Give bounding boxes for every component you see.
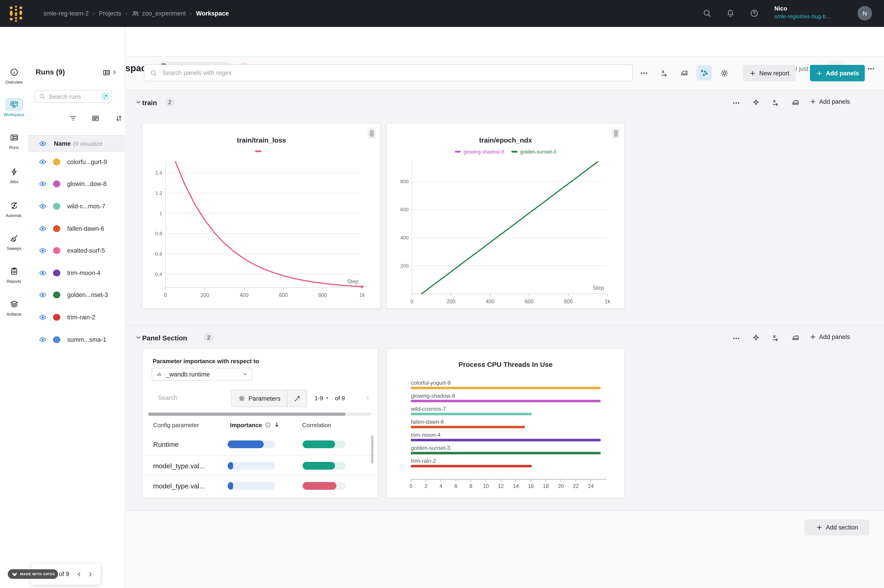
run-row[interactable]: glowin...dow-8 <box>28 173 125 195</box>
page-range[interactable]: 1-9 <box>314 395 323 402</box>
wandb-logo-icon[interactable] <box>9 5 23 22</box>
runs-display-icon[interactable] <box>92 114 100 123</box>
eye-icon[interactable] <box>39 336 47 344</box>
run-name[interactable]: trim-rain-2 <box>67 314 95 321</box>
vertical-scrollbar-thumb[interactable] <box>371 435 374 464</box>
sidebar-item-runs[interactable]: Runs <box>0 130 28 150</box>
search-icon[interactable] <box>702 9 712 18</box>
horizontal-scrollbar-track[interactable] <box>148 412 372 416</box>
horizontal-scrollbar-thumb[interactable] <box>148 412 345 416</box>
param-pagination[interactable]: 1-9 of 9 <box>314 395 345 402</box>
header-overflow-menu-icon[interactable] <box>867 64 875 73</box>
run-name[interactable]: trim-moon-4 <box>67 270 101 276</box>
run-row[interactable]: fallen-dawn-6 <box>28 218 125 240</box>
magic-suggest-button[interactable] <box>288 390 307 406</box>
smoothing-settings-icon[interactable] <box>680 69 689 78</box>
section-add-panels-button[interactable]: Add panels <box>809 333 850 340</box>
eye-icon[interactable] <box>39 269 47 277</box>
run-row[interactable]: golden...nset-3 <box>28 284 125 306</box>
section-x-axis-icon[interactable] <box>771 98 780 107</box>
legend-entry[interactable]: golden-sunset-3 <box>512 149 556 154</box>
run-row[interactable]: exalted-surf-5 <box>28 240 125 262</box>
sidebar-item-artifacts[interactable]: Artifacts <box>0 297 28 316</box>
user-team-link[interactable]: smle-registries-bug-b... <box>774 13 830 20</box>
workspace-settings-icon[interactable] <box>720 69 729 78</box>
add-panels-button[interactable]: Add panels <box>810 65 865 81</box>
run-name[interactable]: exalted-surf-5 <box>67 247 105 254</box>
legend-entry[interactable]: : - <box>255 149 268 153</box>
x-axis-settings-icon[interactable] <box>660 69 669 78</box>
breadcrumb-project[interactable]: zoo_experiment <box>142 10 186 17</box>
eye-icon[interactable] <box>39 314 47 321</box>
parameters-button[interactable]: Parameters <box>231 390 288 406</box>
sidebar-item-overview[interactable]: Overview <box>0 65 28 84</box>
runs-search-input[interactable] <box>48 93 101 100</box>
section-overflow-icon[interactable] <box>732 334 740 343</box>
metric-dropdown[interactable]: _wandb.runtime <box>152 368 252 381</box>
section-title[interactable]: Panel Section <box>142 334 187 342</box>
run-name[interactable]: summ...sma-1 <box>67 336 106 343</box>
run-name[interactable]: wild-c...mos-7 <box>67 203 105 210</box>
user-info[interactable]: Nico smle-registries-bug-b... <box>774 5 830 20</box>
outliers-toggle-button[interactable] <box>696 65 712 80</box>
add-section-button[interactable]: Add section <box>804 519 869 536</box>
param-table-row[interactable]: Runtime <box>143 434 378 454</box>
col-importance[interactable]: Importance <box>230 422 262 429</box>
notifications-icon[interactable] <box>726 9 735 18</box>
sort-desc-icon[interactable] <box>273 421 280 428</box>
prev-page-icon[interactable] <box>364 394 371 402</box>
run-row[interactable]: summ...sma-1 <box>28 328 125 351</box>
param-search-placeholder[interactable]: Search <box>158 394 177 401</box>
help-icon[interactable] <box>750 9 759 18</box>
section-x-axis-icon[interactable] <box>771 333 780 342</box>
runs-name-header[interactable]: Name (9 visualize <box>28 135 125 152</box>
panel-drag-handle[interactable] <box>612 128 620 139</box>
eye-icon[interactable] <box>39 247 47 255</box>
avatar[interactable]: N <box>857 6 872 21</box>
breadcrumb-team[interactable]: smle-reg-team-2 <box>44 10 89 17</box>
run-row[interactable]: colorfu...gurt-9 <box>28 151 125 173</box>
info-icon[interactable] <box>265 422 271 428</box>
section-title[interactable]: train <box>142 99 157 106</box>
eye-icon[interactable] <box>39 291 47 299</box>
col-correlation[interactable]: Correlation <box>302 422 331 429</box>
section-overflow-icon[interactable] <box>732 99 740 107</box>
run-row[interactable]: wild-c...mos-7 <box>28 195 125 217</box>
breadcrumb-workspace[interactable]: Workspace <box>196 10 229 17</box>
workspace-overflow-icon[interactable] <box>639 69 648 78</box>
eye-icon[interactable] <box>39 158 47 166</box>
sidebar-item-workspace[interactable]: Workspace <box>0 98 28 117</box>
section-quick-add-icon[interactable] <box>752 333 760 342</box>
filter-runs-icon[interactable] <box>69 114 77 123</box>
expand-runs-table-icon[interactable] <box>111 69 118 76</box>
run-name[interactable]: golden...nset-3 <box>67 292 108 298</box>
legend-entry[interactable]: glowing-shadow-8 <box>455 149 504 154</box>
eye-icon[interactable] <box>39 225 47 232</box>
runs-table-icon[interactable] <box>102 69 111 77</box>
new-report-button[interactable]: New report <box>743 65 796 81</box>
eye-icon[interactable] <box>39 140 47 147</box>
run-name[interactable]: glowin...dow-8 <box>67 181 107 188</box>
run-row[interactable]: trim-rain-2 <box>28 306 125 328</box>
param-table-row[interactable]: model_type.val... <box>143 475 378 496</box>
section-quick-add-icon[interactable] <box>752 98 760 107</box>
run-row[interactable]: trim-moon-4 <box>28 262 125 284</box>
sidebar-item-jobs[interactable]: Jobs <box>0 165 28 184</box>
sidebar-item-sweeps[interactable]: Sweeps <box>0 232 28 251</box>
run-name[interactable]: fallen-dawn-6 <box>67 225 104 232</box>
section-smoothing-icon[interactable] <box>791 333 800 342</box>
param-table-row[interactable]: model_type.val... <box>143 455 378 476</box>
sort-runs-icon[interactable] <box>115 114 123 123</box>
panel-search-input[interactable] <box>161 69 627 77</box>
regex-toggle[interactable]: .* <box>101 93 109 100</box>
section-add-panels-button[interactable]: Add panels <box>809 98 850 105</box>
next-page-icon[interactable] <box>87 570 94 578</box>
prev-page-icon[interactable] <box>75 570 83 578</box>
panel-drag-handle[interactable] <box>368 128 376 139</box>
eye-icon[interactable] <box>39 202 47 210</box>
section-smoothing-icon[interactable] <box>791 98 800 107</box>
collapse-section-icon[interactable] <box>135 99 142 106</box>
sidebar-item-reports[interactable]: Reports <box>0 264 28 284</box>
run-name[interactable]: colorfu...gurt-9 <box>67 159 107 165</box>
collapse-section-icon[interactable] <box>135 334 142 341</box>
